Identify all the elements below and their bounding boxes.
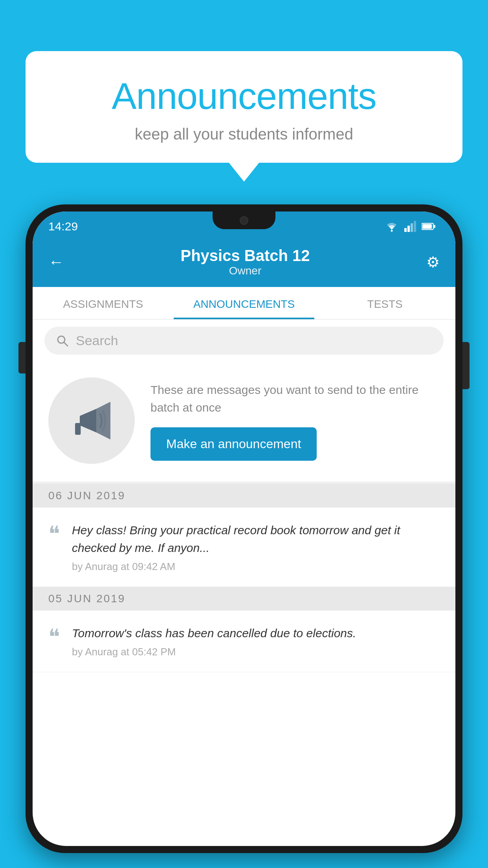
search-icon [56, 335, 69, 347]
date-separator-1: 06 JUN 2019 [33, 484, 455, 508]
signal-icon [404, 221, 416, 232]
announcement-content-1: Hey class! Bring your practical record b… [72, 521, 440, 573]
tab-announcements[interactable]: ANNOUNCEMENTS [174, 287, 315, 319]
announcement-meta-1: by Anurag at 09:42 AM [72, 561, 440, 573]
date-separator-2: 05 JUN 2019 [33, 587, 455, 611]
announcement-text-1: Hey class! Bring your practical record b… [72, 521, 440, 557]
speech-bubble: Announcements keep all your students inf… [26, 51, 462, 163]
search-bar[interactable]: Search [44, 327, 444, 355]
camera [240, 216, 248, 225]
announcement-item-2[interactable]: ❝ Tomorrow's class has been cancelled du… [33, 611, 455, 672]
phone-wrapper: 14:29 [26, 204, 462, 853]
svg-rect-2 [407, 226, 410, 232]
app-header: ← Physics Batch 12 Owner ⚙ [33, 239, 455, 287]
tab-tests[interactable]: TESTS [314, 287, 455, 319]
wifi-icon [385, 221, 399, 232]
svg-rect-1 [404, 228, 407, 232]
header-subtitle: Owner [64, 265, 426, 277]
svg-marker-11 [96, 402, 110, 440]
promo-description: These are messages you want to send to t… [150, 381, 440, 416]
svg-rect-3 [411, 223, 413, 232]
search-placeholder: Search [76, 333, 118, 348]
header-title-wrap: Physics Batch 12 Owner [64, 247, 426, 277]
header-title: Physics Batch 12 [64, 247, 426, 265]
quote-icon-1: ❝ [48, 523, 60, 545]
tab-assignments[interactable]: ASSIGNMENTS [33, 287, 174, 319]
phone-inner: 14:29 [33, 211, 455, 846]
phone-notch [213, 211, 275, 229]
announcement-content-2: Tomorrow's class has been cancelled due … [72, 624, 356, 658]
svg-rect-7 [422, 224, 432, 229]
svg-rect-4 [414, 221, 416, 232]
status-time: 14:29 [48, 220, 78, 233]
back-button[interactable]: ← [48, 253, 64, 271]
phone-outer: 14:29 [26, 204, 462, 853]
promo-content: These are messages you want to send to t… [150, 381, 440, 461]
promo-icon-wrap [48, 377, 135, 464]
svg-rect-12 [75, 423, 81, 435]
status-icons [385, 221, 436, 232]
search-bar-wrap: Search [33, 320, 455, 362]
megaphone-icon [68, 397, 115, 444]
battery-icon [422, 222, 436, 231]
quote-icon-2: ❝ [48, 626, 60, 648]
announcements-subtitle: keep all your students informed [41, 125, 447, 143]
svg-point-0 [391, 230, 393, 232]
speech-bubble-wrapper: Announcements keep all your students inf… [26, 51, 462, 163]
svg-rect-6 [434, 225, 435, 228]
promo-section: These are messages you want to send to t… [33, 362, 455, 484]
svg-marker-10 [80, 409, 96, 432]
tab-bar: ASSIGNMENTS ANNOUNCEMENTS TESTS [33, 287, 455, 320]
announcement-text-2: Tomorrow's class has been cancelled due … [72, 624, 356, 642]
announcements-heading: Announcements [41, 75, 447, 118]
announcement-meta-2: by Anurag at 05:42 PM [72, 646, 356, 658]
make-announcement-button[interactable]: Make an announcement [150, 427, 317, 461]
svg-line-9 [64, 342, 68, 346]
settings-button[interactable]: ⚙ [426, 254, 440, 271]
announcement-item-1[interactable]: ❝ Hey class! Bring your practical record… [33, 508, 455, 587]
